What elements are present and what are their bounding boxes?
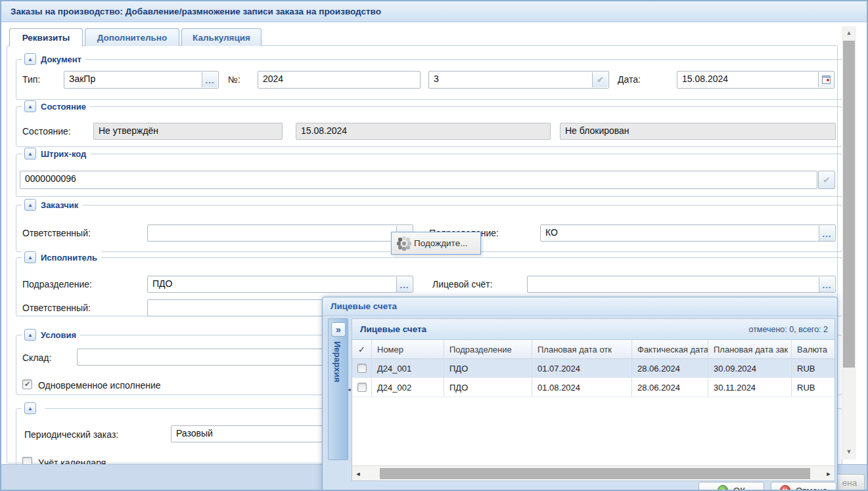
row-checkbox[interactable] — [357, 364, 367, 373]
date-value: 15.08.2024 — [682, 74, 728, 84]
fieldset-conditions-title: Условия — [41, 330, 76, 340]
main-cancel-button[interactable]: ена — [834, 474, 865, 491]
ellipsis-icon: ... — [400, 281, 409, 289]
column-actual-date[interactable]: Фактическая дата — [632, 340, 708, 358]
cell-number: Д24_002 — [372, 378, 444, 396]
accounts-grid-title: Лицевые счета — [360, 324, 426, 334]
double-chevron-icon: » — [336, 324, 341, 335]
cell-department: ПДО — [444, 378, 532, 396]
executor-department-field[interactable]: ПДО ... — [147, 276, 413, 293]
window-titlebar: Заказы на производство: Добавление/размн… — [1, 1, 867, 22]
x-glyph: ✕ — [783, 487, 788, 491]
splitter-grip-icon[interactable]: ◄ — [347, 387, 352, 392]
calendar-icon — [822, 75, 831, 84]
number-field[interactable]: 2024 — [258, 71, 421, 89]
vertical-scrollbar-thumb[interactable] — [843, 41, 855, 368]
customer-department-lookup-button[interactable]: ... — [819, 226, 834, 241]
hierarchy-expand-button[interactable]: » — [331, 322, 346, 337]
cell-number: Д24_001 — [372, 359, 444, 377]
row-checkbox[interactable] — [357, 383, 367, 392]
scroll-up-button[interactable]: ▲ — [842, 26, 856, 39]
cell-planned-close: 30.09.2024 — [708, 359, 792, 377]
cell-actual-date: 28.06.2024 — [632, 378, 708, 396]
simultaneous-checkbox[interactable]: ✔ — [22, 379, 32, 389]
barcode-field[interactable]: 0000000096 — [20, 171, 817, 189]
table-row[interactable]: Д24_002 ПДО 01.08.2024 28.06.2024 30.11.… — [352, 378, 834, 397]
collapse-periodic-button[interactable]: ▲ — [24, 402, 36, 414]
date-label: Дата: — [618, 74, 641, 85]
horizontal-scrollbar[interactable]: ◄ ► — [352, 465, 834, 480]
check-icon: ✔ — [597, 75, 604, 84]
block-state-value: Не блокирован — [565, 125, 629, 136]
collapse-state-button[interactable]: ▲ — [24, 100, 36, 112]
collapse-icon: ▲ — [28, 104, 33, 110]
account-lookup-button[interactable]: ... — [819, 277, 834, 292]
column-check[interactable]: ✓ — [352, 340, 372, 358]
fieldset-state-title: Состояние — [41, 102, 86, 112]
block-state-field: Не блокирован — [560, 123, 836, 140]
vertical-scrollbar[interactable]: ▲ ▼ — [842, 26, 856, 459]
arrow-left-icon: ◄ — [347, 387, 352, 392]
collapse-document-button[interactable]: ▲ — [24, 53, 36, 65]
collapse-icon: ▲ — [28, 255, 33, 261]
account-label: Лицевой счёт: — [432, 279, 493, 289]
tab-rekvizity[interactable]: Реквизиты — [9, 28, 83, 47]
collapse-executor-button[interactable]: ▲ — [24, 251, 36, 263]
periodic-order-value: Разовый — [176, 428, 213, 438]
customer-responsible-label: Ответственный: — [22, 228, 91, 238]
executor-department-label: Подразделение: — [22, 279, 92, 289]
wait-tooltip-text: Подождите... — [414, 238, 467, 248]
scroll-left-button[interactable]: ◄ — [352, 466, 364, 481]
accounts-dialog-title: Лицевые счета — [331, 301, 397, 311]
date-field[interactable]: 15.08.2024 — [677, 71, 834, 89]
warehouse-label: Склад: — [22, 352, 51, 363]
window-title: Заказы на производство: Добавление/размн… — [11, 7, 381, 16]
customer-responsible-field[interactable]: ... — [147, 224, 413, 242]
tab-kalkulyaciya[interactable]: Калькуляция — [181, 28, 262, 46]
column-planned-open[interactable]: Плановая дата отк — [532, 340, 632, 358]
column-currency[interactable]: Валюта — [792, 340, 833, 358]
executor-responsible-label: Ответственный: — [22, 303, 91, 313]
cell-currency: RUB — [792, 378, 833, 396]
accounts-grid-panel: Лицевые счета отмечено: 0, всего: 2 ✓ Но… — [352, 318, 835, 481]
type-lookup-button[interactable]: ... — [202, 72, 217, 87]
type-field[interactable]: ЗакПр ... — [64, 71, 219, 89]
hierarchy-label: Иерархия — [332, 341, 342, 382]
collapse-customer-button[interactable]: ▲ — [24, 199, 36, 211]
ellipsis-icon: ... — [823, 281, 832, 289]
number-label: №: — [228, 74, 240, 85]
scroll-down-button[interactable]: ▼ — [842, 445, 856, 458]
number-value: 2024 — [263, 74, 283, 84]
sequence-confirm-button[interactable]: ✔ — [592, 72, 608, 87]
check-glyph: ✓ — [720, 487, 725, 491]
ellipsis-icon: ... — [206, 76, 215, 85]
ok-button[interactable]: ✓ ОК — [698, 482, 764, 491]
state-value-field: Не утверждён — [93, 123, 283, 140]
customer-department-field[interactable]: КО ... — [540, 224, 836, 242]
collapse-icon: ▲ — [28, 332, 33, 338]
production-order-window: Заказы на производство: Добавление/размн… — [0, 0, 868, 491]
account-field[interactable]: ... — [527, 276, 836, 293]
state-date-value: 15.08.2024 — [301, 125, 347, 136]
column-planned-close[interactable]: Плановая дата зак — [708, 340, 792, 358]
sequence-field[interactable]: 3 ✔ — [428, 71, 609, 89]
spinner-icon — [402, 242, 406, 245]
horizontal-scrollbar-thumb[interactable] — [380, 468, 810, 479]
collapse-conditions-button[interactable]: ▲ — [24, 329, 36, 341]
main-cancel-label: ена — [842, 478, 857, 488]
accounts-table-header-row: ✓ Номер Подразделение Плановая дата отк … — [352, 340, 834, 359]
tab-dopolnitelno[interactable]: Дополнительно — [85, 28, 179, 46]
date-picker-button[interactable] — [818, 72, 833, 87]
scroll-right-button[interactable]: ► — [823, 466, 834, 481]
collapse-barcode-button[interactable]: ▲ — [24, 148, 36, 160]
executor-department-lookup-button[interactable]: ... — [396, 277, 412, 292]
customer-department-value: КО — [545, 227, 558, 238]
column-number[interactable]: Номер — [372, 340, 444, 358]
barcode-confirm-button[interactable]: ✔ — [818, 171, 835, 189]
cancel-icon: ✕ — [780, 485, 790, 491]
table-row[interactable]: Д24_001 ПДО 01.07.2024 28.06.2024 30.09.… — [352, 359, 834, 378]
ok-icon: ✓ — [718, 485, 728, 491]
column-department[interactable]: Подразделение — [444, 340, 532, 358]
cancel-button[interactable]: ✕ Отмена — [771, 482, 836, 491]
cell-department: ПДО — [444, 359, 532, 377]
